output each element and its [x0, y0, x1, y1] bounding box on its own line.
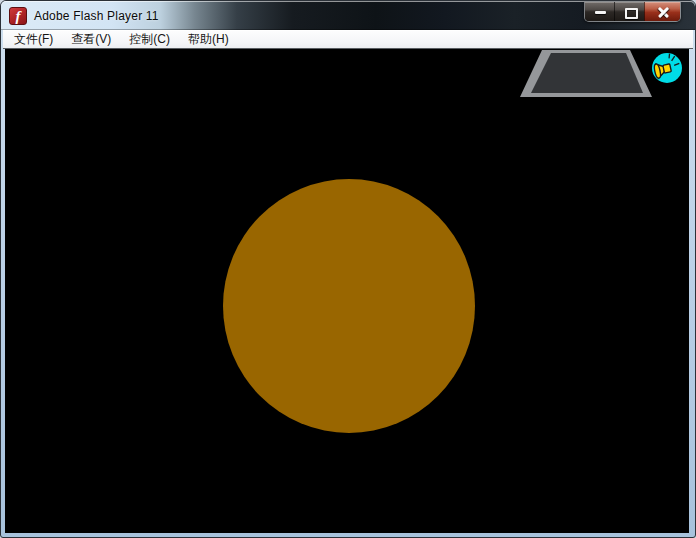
flash-stage [5, 49, 689, 533]
menu-file[interactable]: 文件(F) [5, 30, 62, 48]
orange-circle [222, 178, 476, 434]
flash-logo-icon: f [9, 7, 27, 25]
maximize-icon [625, 8, 638, 19]
trapezoid-shape [518, 49, 658, 101]
window-title: Adobe Flash Player 11 [34, 9, 159, 23]
maximize-button[interactable] [614, 2, 644, 21]
menubar: 文件(F) 查看(V) 控制(C) 帮助(H) [3, 30, 693, 49]
minimize-icon [595, 11, 606, 14]
orange-circle-shape [223, 179, 475, 433]
close-button[interactable] [644, 2, 680, 21]
menu-control[interactable]: 控制(C) [120, 30, 179, 48]
flash-player-window: f Adobe Flash Player 11 文件(F) 查看(V) 控制(C… [0, 0, 696, 538]
menu-view[interactable]: 查看(V) [62, 30, 120, 48]
sound-toggle-button[interactable] [650, 51, 684, 85]
window-controls [584, 2, 681, 22]
minimize-button[interactable] [585, 2, 614, 21]
menu-help[interactable]: 帮助(H) [179, 30, 238, 48]
